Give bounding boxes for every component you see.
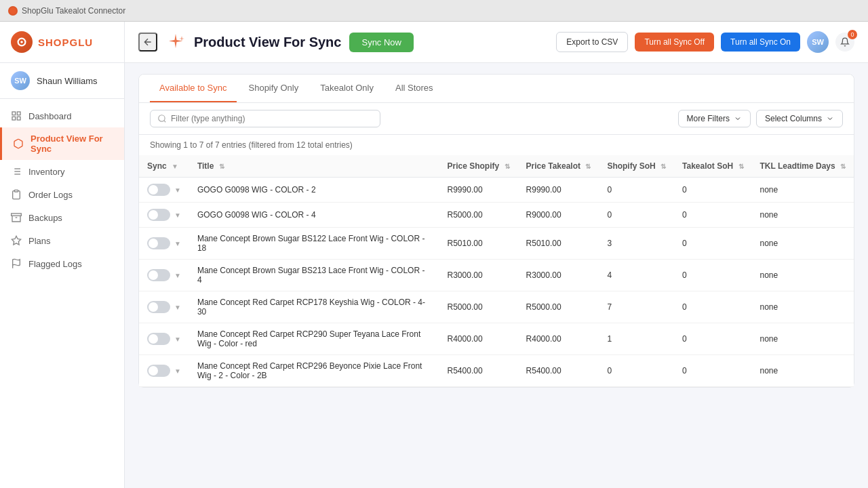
- cell-tkl-leadtime: none: [752, 291, 854, 323]
- sidebar-item-inventory[interactable]: Inventory: [0, 160, 124, 183]
- select-columns-button[interactable]: Select Columns: [756, 110, 843, 127]
- turn-sync-on-button[interactable]: Turn all Sync On: [721, 33, 800, 52]
- search-wrap[interactable]: [150, 110, 380, 127]
- table-row: ▼ Mane Concept Brown Sugar BS122 Lace Fr…: [139, 228, 854, 260]
- cell-shopify-soh: 0: [599, 355, 674, 387]
- svg-rect-3: [17, 112, 20, 115]
- svg-point-17: [159, 115, 165, 121]
- sync-toggle[interactable]: [147, 209, 170, 221]
- tab-shopify-only[interactable]: Shopify Only: [239, 75, 309, 102]
- content-area: Product View For Sync Sync Now Export to…: [125, 22, 868, 488]
- sort-icon: ⇅: [505, 163, 510, 170]
- sync-toggle[interactable]: [147, 237, 170, 249]
- cell-title: GOGO G0098 WIG - COLOR - 4: [189, 203, 439, 228]
- tab-all-stores[interactable]: All Stores: [386, 75, 443, 102]
- sidebar-item-plans[interactable]: Plans: [0, 229, 124, 252]
- sync-toggle[interactable]: [147, 184, 170, 196]
- cell-takealot-soh: 0: [674, 260, 751, 291]
- sync-toggle[interactable]: [147, 269, 170, 281]
- svg-rect-12: [14, 190, 18, 192]
- content-header: Product View For Sync Sync Now Export to…: [125, 22, 868, 63]
- cell-sync: ▼: [139, 203, 189, 228]
- clipboard-icon: [11, 189, 22, 200]
- sync-toggle[interactable]: [147, 365, 170, 377]
- cell-price-shopify: R5010.00: [439, 228, 518, 260]
- favicon-icon: [8, 6, 18, 16]
- sync-dropdown-icon[interactable]: ▼: [174, 211, 181, 219]
- user-section: SW Shaun Williams: [0, 63, 124, 99]
- table-row: ▼ GOGO G0098 WIG - COLOR - 4 R5000.00 R9…: [139, 203, 854, 228]
- col-title[interactable]: Title ⇅: [189, 155, 439, 178]
- cell-price-takealot: R9000.00: [518, 203, 599, 228]
- cell-tkl-leadtime: none: [752, 355, 854, 387]
- svg-marker-15: [12, 236, 20, 245]
- header-avatar[interactable]: SW: [807, 31, 829, 53]
- cell-price-takealot: R4000.00: [518, 323, 599, 355]
- cell-tkl-leadtime: none: [752, 323, 854, 355]
- notification-icon-wrap[interactable]: 0: [835, 33, 854, 52]
- svg-line-18: [164, 121, 166, 123]
- col-takealot-soh[interactable]: Takealot SoH ⇅: [674, 155, 751, 178]
- sidebar-logo: SHOPGLU: [0, 22, 124, 63]
- tab-takealot-only[interactable]: Takealot Only: [311, 75, 383, 102]
- search-input[interactable]: [171, 114, 373, 123]
- table-row: ▼ Mane Concept Brown Sugar BS213 Lace Fr…: [139, 260, 854, 291]
- logo-icon: [11, 31, 33, 53]
- bell-svg: [840, 37, 850, 47]
- cell-tkl-leadtime: none: [752, 228, 854, 260]
- sidebar-item-order-logs[interactable]: Order Logs: [0, 183, 124, 206]
- table-row: ▼ GOGO G0098 WIG - COLOR - 2 R9990.00 R9…: [139, 178, 854, 203]
- user-name: Shaun Williams: [37, 76, 98, 86]
- sidebar-item-flagged-logs[interactable]: Flagged Logs: [0, 252, 124, 275]
- sidebar-item-dashboard[interactable]: Dashboard: [0, 104, 124, 127]
- cell-price-shopify: R5000.00: [439, 203, 518, 228]
- tab-available-to-sync[interactable]: Available to Sync: [150, 75, 237, 102]
- col-price-shopify[interactable]: Price Shopify ⇅: [439, 155, 518, 178]
- sidebar-item-label: Plans: [28, 236, 51, 246]
- cell-title: Mane Concept Brown Sugar BS213 Lace Fron…: [189, 260, 439, 291]
- sync-dropdown-icon[interactable]: ▼: [174, 272, 181, 279]
- col-sync[interactable]: Sync ▼: [139, 155, 189, 178]
- export-csv-button[interactable]: Export to CSV: [556, 32, 628, 52]
- logo-svg: [16, 36, 28, 48]
- cell-sync: ▼: [139, 355, 189, 387]
- browser-bar: ShopGlu Takealot Connector: [0, 0, 868, 22]
- cell-takealot-soh: 0: [674, 355, 751, 387]
- sync-toggle[interactable]: [147, 333, 170, 345]
- cell-price-takealot: R5010.00: [518, 228, 599, 260]
- cell-tkl-leadtime: none: [752, 260, 854, 291]
- cell-price-takealot: R3000.00: [518, 260, 599, 291]
- sidebar-item-label: Dashboard: [28, 111, 72, 121]
- sync-now-button[interactable]: Sync Now: [349, 33, 414, 52]
- sync-dropdown-icon[interactable]: ▼: [174, 240, 181, 247]
- cell-title: Mane Concept Red Carpet RCP296 Beyonce P…: [189, 355, 439, 387]
- col-price-takealot[interactable]: Price Takealot ⇅: [518, 155, 599, 178]
- cell-takealot-soh: 0: [674, 291, 751, 323]
- logo-text: SHOPGLU: [38, 37, 93, 48]
- svg-rect-2: [12, 112, 16, 115]
- notification-badge: 0: [848, 30, 857, 39]
- turn-sync-off-button[interactable]: Turn all Sync Off: [635, 33, 714, 52]
- more-filters-button[interactable]: More Filters: [678, 110, 751, 127]
- sync-dropdown-icon[interactable]: ▼: [174, 367, 181, 375]
- sync-dropdown-icon[interactable]: ▼: [174, 304, 181, 311]
- sidebar-item-label: Product View For Sync: [31, 134, 113, 154]
- sync-dropdown-icon[interactable]: ▼: [174, 336, 181, 343]
- tabs-bar: Available to Sync Shopify Only Takealot …: [139, 75, 854, 103]
- table-area: Available to Sync Shopify Only Takealot …: [125, 63, 868, 488]
- cell-sync: ▼: [139, 260, 189, 291]
- col-tkl-leadtime[interactable]: TKL Leadtime Days ⇅: [752, 155, 854, 178]
- cell-takealot-soh: 0: [674, 178, 751, 203]
- col-shopify-soh[interactable]: Shopify SoH ⇅: [599, 155, 674, 178]
- data-table: Sync ▼ Title ⇅ Price Shopify ⇅: [139, 155, 854, 387]
- sidebar-item-backups[interactable]: Backups: [0, 206, 124, 229]
- sync-dropdown-icon[interactable]: ▼: [174, 186, 181, 194]
- sync-toggle[interactable]: [147, 301, 170, 313]
- table-head: Sync ▼ Title ⇅ Price Shopify ⇅: [139, 155, 854, 178]
- cell-shopify-soh: 3: [599, 228, 674, 260]
- back-button[interactable]: [138, 33, 157, 52]
- sort-icon: ⇅: [738, 163, 744, 170]
- cell-sync: ▼: [139, 291, 189, 323]
- sidebar-item-product-view[interactable]: Product View For Sync: [0, 127, 124, 160]
- cell-sync: ▼: [139, 178, 189, 203]
